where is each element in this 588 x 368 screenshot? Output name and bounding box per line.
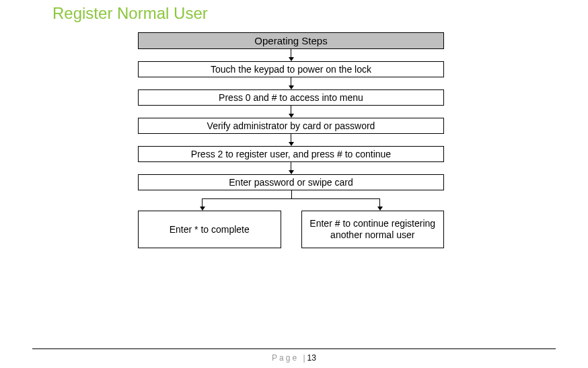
flow-step: Press 0 and # to access into menu (138, 89, 444, 106)
page-title: Register Normal User (52, 4, 208, 23)
flow-step: Press 2 to register user, and press # to… (138, 146, 444, 162)
flow-split-icon (138, 190, 444, 211)
flow-step: Touch the keypad to power on the lock (138, 61, 444, 77)
arrow-down-icon (138, 106, 444, 118)
arrow-down-icon (138, 134, 444, 146)
footer-divider (32, 348, 556, 349)
arrow-down-icon (138, 49, 444, 61)
arrow-down-icon (138, 77, 444, 89)
footer-label: Page | (272, 353, 307, 363)
flow-step: Verify administrator by card or password (138, 118, 444, 134)
flowchart: Operating Steps Touch the keypad to powe… (138, 32, 444, 248)
flow-step: Enter password or swipe card (138, 174, 444, 190)
flow-step-right: Enter # to continue registering another … (301, 211, 445, 248)
flow-split-row: Enter * to complete Enter # to continue … (138, 211, 444, 248)
flowchart-header: Operating Steps (138, 32, 444, 49)
page-footer: Page |13 (0, 353, 588, 363)
flow-step-left: Enter * to complete (138, 211, 281, 248)
arrow-down-icon (138, 162, 444, 174)
footer-page-number: 13 (307, 353, 316, 363)
